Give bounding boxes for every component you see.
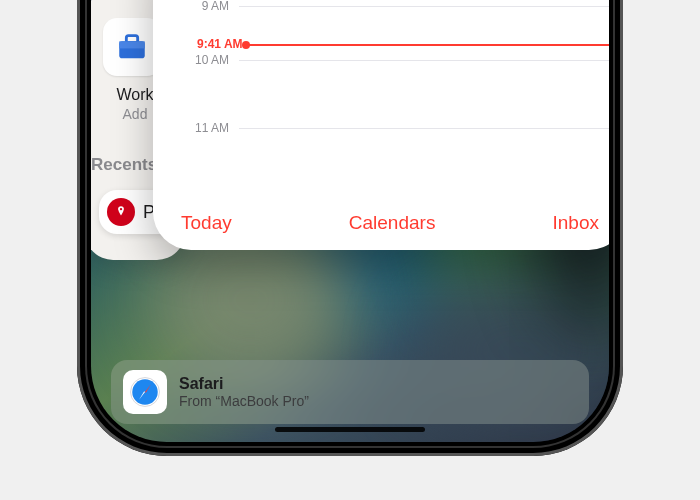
screen: Work Add Recents P 9 AM 9:41 AM — [91, 0, 609, 442]
handoff-source: From “MacBook Pro” — [179, 393, 309, 409]
calendar-toolbar: Today Calendars Inbox — [153, 212, 609, 234]
inbox-button[interactable]: Inbox — [553, 212, 599, 234]
hour-divider — [239, 128, 609, 129]
device-bezel: Work Add Recents P 9 AM 9:41 AM — [85, 0, 615, 448]
hour-label-9: 9 AM — [202, 0, 229, 13]
hour-label-10: 10 AM — [195, 53, 229, 67]
device-frame: Work Add Recents P 9 AM 9:41 AM — [77, 0, 623, 456]
today-button[interactable]: Today — [181, 212, 232, 234]
calendars-button[interactable]: Calendars — [349, 212, 436, 234]
hour-divider — [239, 6, 609, 7]
hour-divider — [239, 60, 609, 61]
recents-header: Recents — [91, 155, 157, 175]
safari-icon — [123, 370, 167, 414]
hour-label-11: 11 AM — [195, 121, 229, 135]
svg-point-3 — [120, 208, 122, 210]
current-time-label: 9:41 AM — [197, 37, 243, 51]
home-indicator[interactable] — [275, 427, 425, 432]
handoff-app-name: Safari — [179, 375, 309, 393]
calendar-card[interactable]: 9 AM 9:41 AM 10 AM 11 AM Today Calendars… — [153, 0, 609, 250]
pin-icon — [107, 198, 135, 226]
svg-rect-2 — [119, 41, 145, 48]
current-time-line — [245, 44, 609, 46]
handoff-banner[interactable]: Safari From “MacBook Pro” — [111, 360, 589, 424]
